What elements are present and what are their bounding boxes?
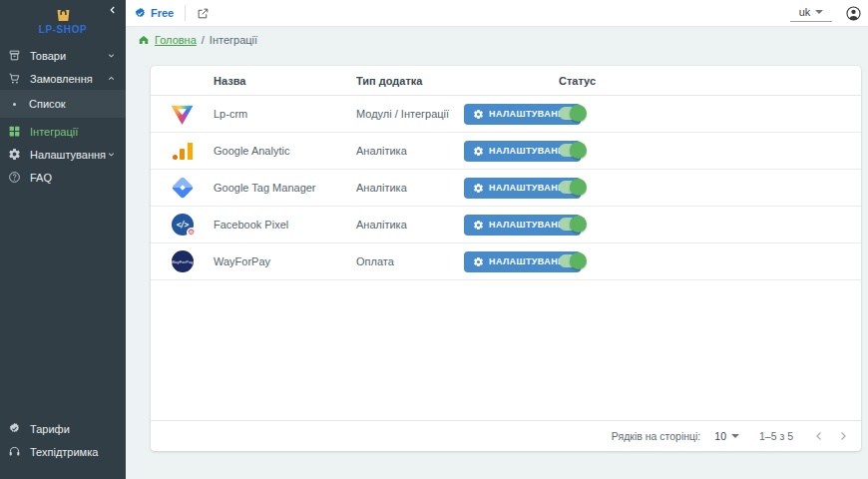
sidebar-item-тарифи[interactable]: Тарифи xyxy=(0,417,126,440)
sidebar-nav-bottom: ТарифиТехпідтримка xyxy=(0,417,126,479)
header-cell-name: Назва xyxy=(214,75,356,87)
gear-icon xyxy=(473,256,484,267)
table-row: Google Tag ManagerАналітикаНАЛАШТУВАННЯ xyxy=(151,170,861,207)
topbar: Free uk xyxy=(126,0,868,27)
chevron-right-icon xyxy=(836,429,850,443)
sidebar-item-label: FAQ xyxy=(30,172,117,184)
status-toggle[interactable] xyxy=(559,254,586,267)
rows-per-page-select[interactable]: 10 xyxy=(714,430,739,442)
integration-type: Аналітика xyxy=(356,219,464,231)
status-toggle[interactable] xyxy=(559,181,586,194)
integration-name: Google Analytic xyxy=(214,145,356,157)
previous-page-button[interactable] xyxy=(807,424,831,448)
chevron-down-icon xyxy=(731,434,739,438)
box-icon xyxy=(8,49,21,62)
sidebar-item-label: Тарифи xyxy=(30,423,117,435)
sidebar-item-інтеграції[interactable]: Інтеграції xyxy=(0,120,126,143)
gear-icon xyxy=(473,220,484,231)
sidebar-item-label: Список xyxy=(29,98,117,110)
shop-bag-icon xyxy=(54,4,73,23)
sidebar-item-label: Техпідтримка xyxy=(30,446,117,458)
gear-icon xyxy=(473,183,484,194)
table-body: Lp-crmМодулі / ІнтеграціїНАЛАШТУВАННЯGoo… xyxy=(151,96,861,280)
bullet-icon xyxy=(13,103,16,106)
chevron-down-icon xyxy=(815,10,823,14)
sidebar-item-faq[interactable]: FAQ xyxy=(0,166,126,189)
header-cell-type: Тип додатка xyxy=(356,75,464,87)
table-row: Google AnalyticАналітикаНАЛАШТУВАННЯ xyxy=(151,133,861,170)
status-toggle[interactable] xyxy=(559,107,586,120)
breadcrumb: Головна / Інтеграції xyxy=(138,32,868,48)
sidebar-item-список[interactable]: Список xyxy=(0,90,126,118)
sidebar-item-техпідтримка[interactable]: Техпідтримка xyxy=(0,440,126,463)
table-row: Facebook PixelАналітикаНАЛАШТУВАННЯ xyxy=(151,207,861,243)
gear-icon xyxy=(473,146,484,157)
cart-icon xyxy=(8,72,21,85)
help-icon xyxy=(8,171,21,184)
headset-icon xyxy=(8,445,21,458)
lpcrm-logo xyxy=(172,103,194,125)
language-select[interactable]: uk xyxy=(790,5,832,22)
logo-text: LP-SHOP xyxy=(39,24,88,35)
chevron-down-icon xyxy=(106,50,117,61)
wfp-logo xyxy=(172,250,194,272)
status-toggle[interactable] xyxy=(559,218,586,231)
home-icon xyxy=(138,34,150,46)
sidebar-item-замовлення[interactable]: Замовлення xyxy=(0,67,126,90)
status-toggle[interactable] xyxy=(559,144,586,157)
integration-type: Оплата xyxy=(356,255,464,267)
sidebar: LP-SHOP ТовариЗамовленняСписокІнтеграції… xyxy=(0,0,126,479)
integration-type: Аналітика xyxy=(356,145,464,157)
verified-seal-icon xyxy=(134,7,147,20)
chevron-up-icon xyxy=(106,73,117,84)
verified-icon xyxy=(8,422,21,435)
gtm-logo xyxy=(172,177,194,199)
integration-name: Lp-crm xyxy=(214,108,356,120)
ga-logo xyxy=(172,140,194,162)
rows-per-page-label: Рядків на сторінці: xyxy=(612,430,700,442)
open-site-button[interactable] xyxy=(197,7,210,20)
gear-icon xyxy=(8,148,21,161)
integration-type: Аналітика xyxy=(356,182,464,194)
chevron-left-icon xyxy=(107,4,119,16)
sidebar-item-налаштування[interactable]: Налаштування xyxy=(0,143,126,166)
table-header: Назва Тип додатка Статус xyxy=(151,66,861,96)
sidebar-nav: ТовариЗамовленняСписокІнтеграціїНалаштув… xyxy=(0,44,126,417)
table-row: Lp-crmМодулі / ІнтеграціїНАЛАШТУВАННЯ xyxy=(151,96,861,133)
plan-label: Free xyxy=(151,7,174,19)
chevron-down-icon xyxy=(106,149,117,160)
table-empty-space xyxy=(151,280,861,420)
person-circle-icon xyxy=(845,5,862,22)
integrations-card: Назва Тип додатка Статус Lp-crmМодулі / … xyxy=(151,66,861,451)
rows-per-page-value: 10 xyxy=(714,430,726,442)
apps-icon xyxy=(8,125,21,138)
sidebar-collapse-button[interactable] xyxy=(107,4,119,16)
chevron-left-icon xyxy=(812,429,826,443)
sidebar-item-label: Замовлення xyxy=(30,73,106,85)
sidebar-item-label: Налаштування xyxy=(30,149,106,161)
fbpixel-logo xyxy=(172,214,194,236)
logo-block: LP-SHOP xyxy=(0,0,126,42)
main-area: Free uk Головна / Інтеграції Назва Тип д… xyxy=(126,0,868,479)
table-pagination: Рядків на сторінці: 10 1–5 з 5 xyxy=(151,420,861,451)
breadcrumb-separator: / xyxy=(202,34,205,46)
account-button[interactable] xyxy=(845,5,862,22)
language-value: uk xyxy=(799,6,811,18)
table-row: WayForPayОплатаНАЛАШТУВАННЯ xyxy=(151,243,861,280)
integration-type: Модулі / Інтеграції xyxy=(356,108,464,120)
plan-badge[interactable]: Free xyxy=(134,7,174,20)
header-cell-status: Статус xyxy=(559,75,861,87)
integration-name: WayForPay xyxy=(214,255,356,267)
integration-name: Google Tag Manager xyxy=(214,182,356,194)
pagination-range: 1–5 з 5 xyxy=(759,430,793,442)
next-page-button[interactable] xyxy=(831,424,855,448)
content: Головна / Інтеграції Назва Тип додатка С… xyxy=(126,27,868,479)
breadcrumb-home-link[interactable]: Головна xyxy=(155,34,197,46)
open-in-new-icon xyxy=(197,7,210,20)
sidebar-item-label: Інтеграції xyxy=(30,126,117,138)
sidebar-item-label: Товари xyxy=(30,50,106,62)
integration-name: Facebook Pixel xyxy=(214,219,356,231)
sidebar-item-товари[interactable]: Товари xyxy=(0,44,126,67)
gear-icon xyxy=(473,109,484,120)
topbar-divider xyxy=(185,5,186,21)
